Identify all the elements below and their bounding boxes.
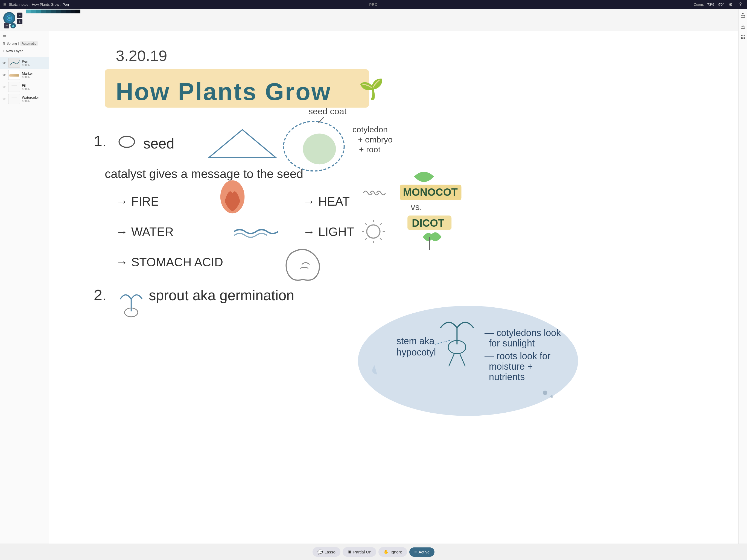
layer-opacity-pen: 100% <box>22 63 47 67</box>
layer-thumb-marker <box>8 70 20 80</box>
eye-icon-fill[interactable]: 👁 <box>2 84 6 90</box>
breadcrumb-sep1: › <box>29 2 31 6</box>
top-bar: ⊞ Sketchnotes › How Plants Grow › Pen PR… <box>0 0 374 9</box>
svg-text:+ root: + root <box>359 145 374 154</box>
layer-opacity-watercolor: 100% <box>22 100 47 103</box>
swatch-2[interactable] <box>31 9 36 14</box>
layer-opacity-fill: 100% <box>22 87 47 91</box>
breadcrumb-middle[interactable]: How Plants Grow <box>32 2 59 6</box>
layer-info-marker: Marker 100% <box>22 71 47 79</box>
tool-menu-btn[interactable]: ≡ <box>17 12 22 18</box>
svg-text:1.: 1. <box>94 132 107 150</box>
sidebar: ☰ ⇅ Sorting | Automatic + New Layer 👁 Pe… <box>0 31 49 280</box>
svg-line-23 <box>365 223 367 225</box>
breadcrumb: Sketchnotes › How Plants Grow › Pen <box>9 2 374 6</box>
layer-item-pen[interactable]: 👁 Pen 100% <box>0 57 49 69</box>
layer-name-marker: Marker <box>22 71 47 75</box>
svg-line-26 <box>365 238 367 240</box>
layer-info-fill: Fill 100% <box>22 83 47 91</box>
svg-point-1 <box>8 17 11 19</box>
hamburger-icon[interactable]: ☰ <box>3 33 6 38</box>
sidebar-header: ☰ <box>0 31 49 40</box>
pen-tool-circle[interactable] <box>3 12 15 24</box>
new-layer-label: + New Layer <box>3 49 23 53</box>
breadcrumb-sep2: › <box>60 2 61 6</box>
svg-point-18 <box>367 225 374 238</box>
tool-panel: ≡ $ 〜 → <box>0 9 26 31</box>
layer-info-watercolor: Watercolor 100% <box>22 96 47 103</box>
swatch-11[interactable] <box>75 9 80 14</box>
color-bar <box>26 9 374 14</box>
sorting-bar: ⇅ Sorting | Automatic <box>0 40 49 48</box>
svg-text:seed: seed <box>143 136 174 152</box>
swatch-9[interactable] <box>66 9 71 14</box>
layer-info-pen: Pen 100% <box>22 59 47 67</box>
sorting-sep: | <box>18 42 19 45</box>
layer-name-pen: Pen <box>22 59 47 63</box>
svg-text:catalyst gives a message to th: catalyst gives a message to the seed <box>105 167 303 180</box>
svg-text:3.20.19: 3.20.19 <box>115 47 167 64</box>
grid-icon[interactable]: ⊞ <box>3 2 6 6</box>
svg-point-9 <box>119 136 134 147</box>
svg-text:How Plants Grow: How Plants Grow <box>115 78 331 105</box>
swatch-6[interactable] <box>51 9 56 14</box>
svg-marker-2 <box>12 24 15 27</box>
swatch-8[interactable] <box>61 9 66 14</box>
layer-thumb-pen <box>8 58 20 68</box>
svg-text:🌱: 🌱 <box>359 77 374 101</box>
layer-item-watercolor[interactable]: 👁 Watercolor 100% <box>0 93 49 105</box>
swatch-10[interactable] <box>71 9 75 14</box>
pen-nib-btn[interactable] <box>10 23 16 28</box>
layer-item-fill[interactable]: 👁 Fill 100% <box>0 81 49 93</box>
sorting-label: Sorting <box>6 42 17 45</box>
layer-item-marker[interactable]: 👁 Marker 100% <box>0 69 49 81</box>
layer-opacity-marker: 100% <box>22 75 47 79</box>
swatch-1[interactable] <box>26 9 31 14</box>
color-swatches[interactable] <box>26 9 80 14</box>
layer-name-watercolor: Watercolor <box>22 96 47 100</box>
svg-text:seed coat: seed coat <box>308 106 347 116</box>
layer-thumb-fill <box>8 82 20 92</box>
new-layer-button[interactable]: + New Layer <box>0 48 49 56</box>
layer-thumb-watercolor <box>8 94 20 104</box>
sorting-value[interactable]: Automatic <box>20 41 38 46</box>
tool-wave-btn[interactable]: 〜 <box>4 23 9 28</box>
pro-badge: PRO <box>369 2 374 6</box>
eye-icon-marker[interactable]: 👁 <box>2 73 6 77</box>
sketch-canvas: 3.20.19 How Plants Grow 🌱 1. seed cataly… <box>49 31 374 280</box>
svg-text:cotyledon: cotyledon <box>353 125 374 134</box>
svg-point-28 <box>303 133 336 164</box>
swatch-4[interactable] <box>41 9 46 14</box>
pen-tool-inner <box>4 13 14 23</box>
svg-text:→ FIRE: → FIRE <box>115 195 159 208</box>
svg-text:→ WATER: → WATER <box>115 225 173 238</box>
eye-icon-watercolor[interactable]: 👁 <box>2 97 6 101</box>
swatch-3[interactable] <box>36 9 41 14</box>
swatch-7[interactable] <box>56 9 61 14</box>
sorting-icon: ⇅ <box>3 42 5 45</box>
breadcrumb-root[interactable]: Sketchnotes <box>9 2 28 6</box>
eye-icon-pen[interactable]: 👁 <box>2 60 6 65</box>
svg-text:→ HEAT: → HEAT <box>303 195 350 208</box>
layer-list: 👁 Pen 100% 👁 Marker 100% <box>0 56 49 106</box>
layer-name-fill: Fill <box>22 83 47 87</box>
arrow-icon: → <box>20 24 24 28</box>
canvas-area[interactable]: 3.20.19 How Plants Grow 🌱 1. seed cataly… <box>49 31 374 280</box>
swatch-5[interactable] <box>46 9 51 14</box>
svg-text:+ embryo: + embryo <box>358 135 374 144</box>
breadcrumb-current: Pen <box>62 2 69 6</box>
svg-text:→ LIGHT: → LIGHT <box>303 225 354 238</box>
svg-text:→ STOMACH ACID: → STOMACH ACID <box>115 255 223 269</box>
